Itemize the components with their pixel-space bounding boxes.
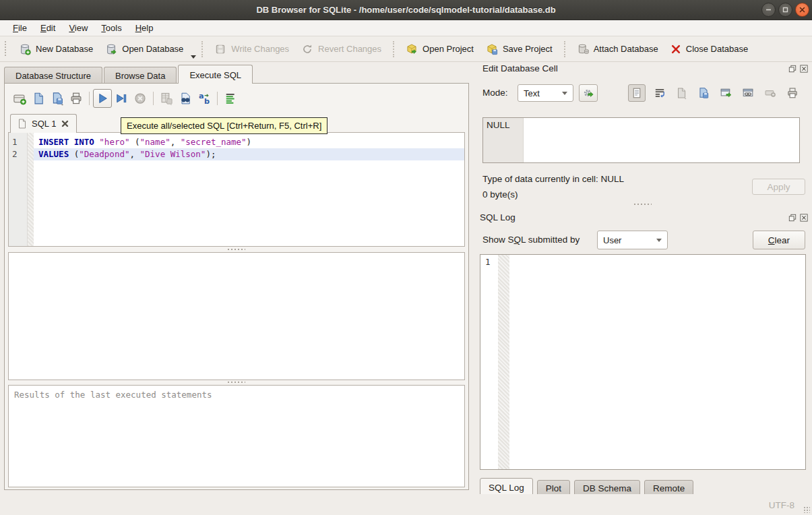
float-dock-icon[interactable] [788,64,797,73]
line-number: 1 [12,136,27,148]
float-dock-icon[interactable] [788,213,797,222]
menubar: File Edit View Tools Help [0,20,812,36]
word-wrap-icon[interactable] [651,84,668,102]
encoding-indicator: UTF-8 [769,500,794,510]
menu-tools[interactable]: Tools [95,21,127,35]
menu-help[interactable]: Help [129,21,160,35]
sql-editor[interactable]: 1 2 INSERT INTO "hero" ("name", "secret_… [8,132,465,247]
chevron-down-icon [562,92,567,95]
minimize-icon[interactable] [761,3,776,17]
execute-tooltip: Execute all/selected SQL [Ctrl+Return, F… [121,117,327,134]
sql-tab-1[interactable]: SQL 1 [10,114,77,133]
save-results-icon[interactable] [157,89,176,108]
line-number: 2 [12,148,27,160]
sql-toolbar-separator [89,92,90,105]
svg-text:a: a [199,92,204,100]
close-database-button[interactable]: Close Database [664,40,755,59]
window-controls [761,3,809,17]
close-icon[interactable] [795,3,809,17]
revert-changes-button[interactable]: Revert Changes [295,39,387,59]
mode-value: Text [524,88,540,98]
new-database-button[interactable]: New Database [13,39,99,59]
text-mode-icon[interactable] [628,84,646,102]
log-line-number: 1 [480,255,498,469]
save-file-icon[interactable] [695,84,712,102]
tab-browse-data[interactable]: Browse Data [104,67,177,84]
replace-icon[interactable]: ab [195,89,214,108]
titlebar: DB Browser for SQLite - /home/user/code/… [0,0,812,20]
cell-text-area[interactable] [524,118,799,162]
database-open-icon [105,43,117,55]
log-filter-select[interactable]: User [597,231,668,249]
dock-splitter-handle[interactable] [549,202,737,206]
find-icon[interactable] [176,89,195,108]
database-new-icon [19,43,31,55]
project-open-icon [406,43,418,55]
cell-value-editor[interactable]: NULL [482,117,800,163]
print-cell-icon[interactable] [784,84,801,102]
apply-settings-button[interactable] [579,84,598,102]
menu-view[interactable]: View [63,21,94,35]
toolbar-drag-handle[interactable] [4,41,7,57]
sql-toolbar: ab [10,88,240,109]
splitter-handle[interactable] [8,380,465,384]
format-sql-icon[interactable] [221,89,240,108]
new-tab-icon[interactable] [10,89,29,108]
open-external-icon[interactable] [717,84,735,102]
import-file-icon[interactable] [673,84,690,102]
mode-select[interactable]: Text [518,84,573,102]
results-grid[interactable] [8,252,465,380]
sql-toolbar-separator [217,92,218,105]
tab-plot[interactable]: Plot [537,480,570,495]
clear-button[interactable]: Clear [753,231,805,249]
write-changes-icon [214,43,226,55]
dock-tab-bar: SQL Log Plot DB Schema Remote [480,478,697,495]
close-tab-icon[interactable] [61,119,69,128]
save-project-button[interactable]: Save Project [480,39,559,59]
set-null-icon[interactable] [761,84,779,102]
execute-sql-panel: ab SQL 1 Execute all/selected SQL [Ctrl+… [4,83,469,490]
close-dock-icon[interactable] [799,213,808,222]
log-filter-label: Show SQL submitted by [482,235,580,245]
tab-remote[interactable]: Remote [644,480,693,495]
close-dock-icon[interactable] [799,64,808,73]
fold-margin [28,133,34,246]
execute-line-icon[interactable] [112,89,131,108]
open-project-button[interactable]: Open Project [400,39,480,59]
revert-changes-icon [301,43,313,55]
stop-icon[interactable] [131,89,150,108]
tab-execute-sql[interactable]: Execute SQL [178,65,253,84]
tab-database-structure[interactable]: Database Structure [4,67,102,84]
sql-tab-label: SQL 1 [32,119,56,129]
write-changes-button[interactable]: Write Changes [208,39,295,59]
resize-grip[interactable] [803,506,810,513]
menu-file[interactable]: File [7,21,33,35]
attach-database-button[interactable]: Attach Database [571,39,664,59]
print-icon[interactable] [67,89,86,108]
menu-edit[interactable]: Edit [34,21,61,35]
execute-all-icon[interactable] [93,89,112,108]
open-database-button[interactable]: Open Database [99,39,189,59]
apply-button[interactable]: Apply [752,179,805,195]
cell-null-label: NULL [483,118,524,162]
open-sql-file-icon[interactable] [29,89,48,108]
status-bar: UTF-8 [0,494,812,515]
sql-toolbar-separator [153,92,154,105]
splitter-handle[interactable] [8,247,465,251]
tab-sql-log[interactable]: SQL Log [480,478,533,495]
maximize-icon[interactable] [778,3,792,17]
code-area[interactable]: INSERT INTO "hero" ("name", "secret_name… [34,133,464,246]
toolbar-separator [201,41,203,57]
cell-size-info: 0 byte(s) [482,189,518,200]
results-message-pane[interactable]: Results of the last executed statements [8,385,465,487]
sql-log-view[interactable]: 1 [480,254,806,470]
open-database-dropdown-icon[interactable] [191,55,196,59]
line-number-gutter: 1 2 [9,133,28,246]
link-icon[interactable] [739,84,757,102]
tab-db-schema[interactable]: DB Schema [574,480,640,495]
code-line-1: INSERT INTO "hero" ("name", "secret_name… [34,136,464,148]
right-dock: Edit Database Cell Mode: Text NULL Type … [474,62,812,494]
log-fold-margin [498,255,509,469]
log-content [509,255,805,469]
save-sql-file-icon[interactable] [48,89,67,108]
